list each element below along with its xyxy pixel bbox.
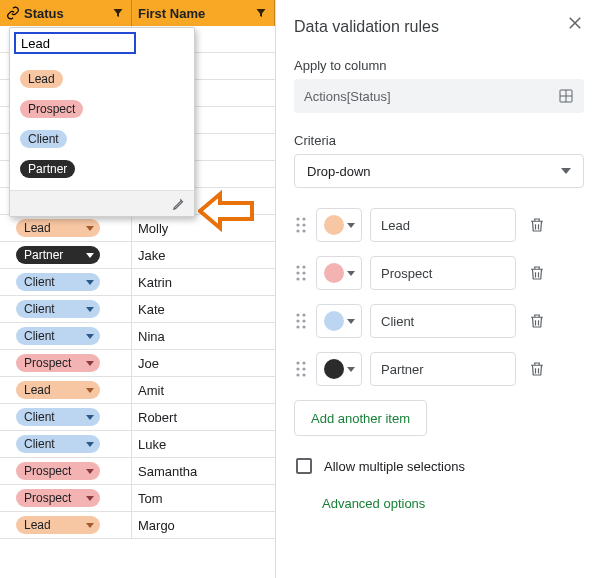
advanced-options-label: Advanced options [322, 496, 425, 511]
status-cell[interactable]: Prospect [0, 458, 132, 484]
trash-icon[interactable] [528, 263, 546, 283]
chevron-down-icon [86, 523, 94, 528]
add-item-label: Add another item [311, 411, 410, 426]
svg-point-4 [302, 217, 305, 220]
name-cell[interactable]: Jake [132, 242, 275, 268]
name-cell[interactable]: Katrin [132, 269, 275, 295]
add-item-button[interactable]: Add another item [294, 400, 427, 436]
name-cell[interactable]: Robert [132, 404, 275, 430]
advanced-options-toggle[interactable]: Advanced options [322, 496, 584, 511]
name-cell[interactable]: Luke [132, 431, 275, 457]
status-chip[interactable]: Lead [16, 381, 100, 399]
status-chip[interactable]: Prospect [16, 462, 100, 480]
dropdown-option-chip: Client [20, 130, 67, 148]
status-cell[interactable]: Client [0, 323, 132, 349]
color-swatch [324, 311, 344, 331]
item-value-input[interactable]: Lead [370, 208, 516, 242]
criteria-label: Criteria [294, 133, 584, 148]
svg-point-30 [302, 367, 305, 370]
status-chip-label: Client [24, 302, 55, 316]
criteria-select[interactable]: Drop-down [294, 154, 584, 188]
column-header-label: Status [24, 6, 64, 21]
table-row: ClientNina [0, 323, 275, 350]
name-cell[interactable]: Nina [132, 323, 275, 349]
chevron-down-icon [86, 253, 94, 258]
item-color-button[interactable] [316, 208, 362, 242]
dropdown-option[interactable]: Partner [14, 154, 190, 184]
dropdown-option-chip: Lead [20, 70, 63, 88]
trash-icon[interactable] [528, 359, 546, 379]
name-cell[interactable]: Tom [132, 485, 275, 511]
svg-point-8 [302, 229, 305, 232]
item-value-input[interactable]: Prospect [370, 256, 516, 290]
status-cell[interactable]: Lead [0, 377, 132, 403]
name-cell[interactable]: Joe [132, 350, 275, 376]
chevron-down-icon [86, 307, 94, 312]
close-icon[interactable] [566, 14, 584, 32]
dropdown-search-input[interactable] [14, 32, 136, 54]
drag-handle-icon[interactable] [294, 312, 308, 330]
name-cell[interactable]: Samantha [132, 458, 275, 484]
status-cell[interactable]: Client [0, 404, 132, 430]
status-chip[interactable]: Lead [16, 516, 100, 534]
item-color-button[interactable] [316, 352, 362, 386]
table-row: ProspectJoe [0, 350, 275, 377]
range-picker-icon[interactable] [558, 88, 574, 104]
status-cell[interactable]: Client [0, 431, 132, 457]
name-cell[interactable]: Margo [132, 512, 275, 538]
panel-title: Data validation rules [294, 18, 584, 36]
status-chip[interactable]: Partner [16, 246, 100, 264]
status-chip[interactable]: Client [16, 273, 100, 291]
criteria-item-row: Prospect [294, 256, 584, 290]
pencil-icon[interactable] [172, 197, 186, 211]
status-chip-label: Client [24, 437, 55, 451]
item-value-input[interactable]: Partner [370, 352, 516, 386]
status-chip[interactable]: Client [16, 435, 100, 453]
status-chip[interactable]: Prospect [16, 489, 100, 507]
status-cell[interactable]: Lead [0, 215, 132, 241]
drag-handle-icon[interactable] [294, 216, 308, 234]
status-chip[interactable]: Lead [16, 219, 100, 237]
status-cell[interactable]: Client [0, 296, 132, 322]
status-chip[interactable]: Client [16, 408, 100, 426]
chevron-down-icon [86, 442, 94, 447]
svg-point-31 [296, 373, 299, 376]
svg-point-21 [296, 319, 299, 322]
table-row: LeadAmit [0, 377, 275, 404]
status-chip-label: Prospect [24, 356, 71, 370]
filter-icon[interactable] [254, 7, 268, 19]
status-chip[interactable]: Client [16, 300, 100, 318]
dropdown-option[interactable]: Client [14, 124, 190, 154]
status-cell[interactable]: Prospect [0, 485, 132, 511]
criteria-item-row: Client [294, 304, 584, 338]
chevron-down-icon [86, 334, 94, 339]
name-cell[interactable]: Kate [132, 296, 275, 322]
status-chip[interactable]: Client [16, 327, 100, 345]
name-cell[interactable]: Amit [132, 377, 275, 403]
allow-multiple-checkbox[interactable] [296, 458, 312, 474]
filter-icon[interactable] [111, 7, 125, 19]
status-cell[interactable]: Partner [0, 242, 132, 268]
apply-to-range-input[interactable]: Actions[Status] [294, 79, 584, 113]
item-color-button[interactable] [316, 304, 362, 338]
status-cell[interactable]: Client [0, 269, 132, 295]
item-value-input[interactable]: Client [370, 304, 516, 338]
status-chip[interactable]: Prospect [16, 354, 100, 372]
color-swatch [324, 263, 344, 283]
column-header-status[interactable]: Status [0, 0, 132, 26]
drag-handle-icon[interactable] [294, 360, 308, 378]
table-row: ClientRobert [0, 404, 275, 431]
apply-to-label: Apply to column [294, 58, 584, 73]
column-header-first-name[interactable]: First Name [132, 0, 275, 26]
drag-handle-icon[interactable] [294, 264, 308, 282]
status-cell[interactable]: Prospect [0, 350, 132, 376]
dropdown-option[interactable]: Prospect [14, 94, 190, 124]
dropdown-option-chip: Prospect [20, 100, 83, 118]
item-color-button[interactable] [316, 256, 362, 290]
status-cell[interactable]: Lead [0, 512, 132, 538]
svg-point-29 [296, 367, 299, 370]
status-chip-label: Prospect [24, 464, 71, 478]
dropdown-option[interactable]: Lead [14, 64, 190, 94]
trash-icon[interactable] [528, 311, 546, 331]
trash-icon[interactable] [528, 215, 546, 235]
